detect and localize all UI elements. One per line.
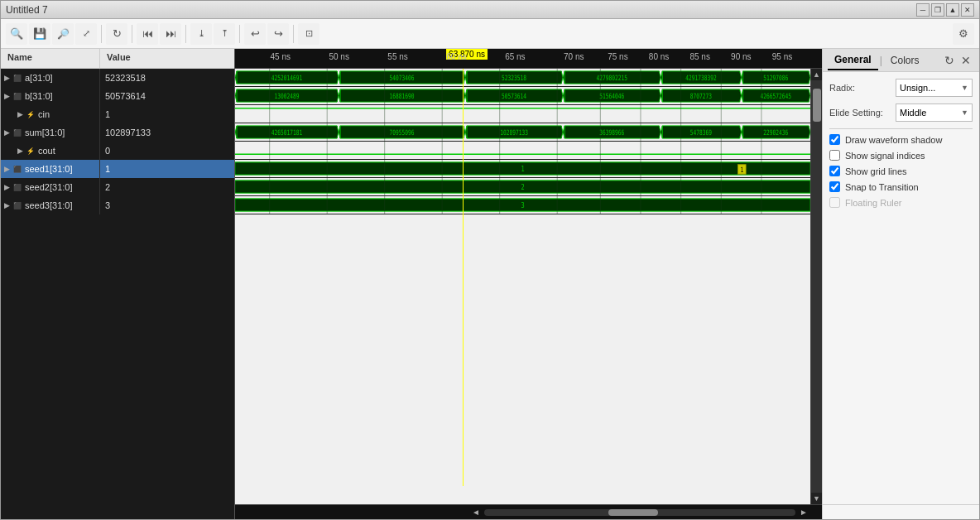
- checkbox-label-show_indices[interactable]: Show signal indices: [845, 151, 925, 161]
- minimize-button[interactable]: ─: [916, 3, 930, 17]
- toolbar-sep-4: [239, 25, 240, 43]
- scroll-down-arrow[interactable]: ▼: [811, 493, 822, 504]
- signal-row-seed2[interactable]: ▶ ⬛ seed2[31:0] 2: [1, 178, 234, 196]
- time-marker: 85 ns: [689, 52, 709, 61]
- checkbox-label-snap_transition[interactable]: Snap to Transition: [845, 182, 919, 192]
- signal-row-seed1[interactable]: ▶ ⬛ seed1[31:0] 1: [1, 160, 234, 178]
- signal-label-a: a[31:0]: [25, 73, 53, 83]
- bottom-right-spacer: [810, 504, 822, 519]
- checkbox-label-show_grid[interactable]: Show grid lines: [845, 166, 907, 176]
- tab-general[interactable]: General: [828, 51, 878, 70]
- signal-icon-cin: ⚡: [26, 110, 36, 118]
- scroll-right-arrow[interactable]: ►: [797, 506, 810, 519]
- checkbox-show_indices[interactable]: [829, 150, 840, 161]
- signal-icon-cout: ⚡: [26, 147, 36, 155]
- expand-arrow[interactable]: ▶: [4, 201, 10, 209]
- expand-arrow[interactable]: ▶: [4, 183, 10, 191]
- center-cursor-button[interactable]: ⊡: [298, 23, 319, 45]
- signal-name-seed3: ▶ ⬛ seed3[31:0]: [1, 196, 100, 214]
- expand-arrow[interactable]: ▶: [17, 110, 23, 118]
- maximize-button[interactable]: ▲: [946, 3, 959, 17]
- elide-label: Elide Setting:: [829, 108, 896, 118]
- svg-text:70955096: 70955096: [390, 128, 415, 137]
- checkbox-show_grid[interactable]: [829, 166, 840, 176]
- wave-row-cout[interactable]: [235, 142, 810, 160]
- save-button[interactable]: 💾: [29, 23, 50, 45]
- goto-end-button[interactable]: ⏭: [160, 23, 181, 45]
- tab-colors[interactable]: Colors: [884, 51, 926, 70]
- signal-icon-seed2: ⬛: [12, 183, 22, 191]
- refresh-button[interactable]: ↻: [106, 23, 127, 45]
- signal-name-seed1: ▶ ⬛ seed1[31:0]: [1, 160, 100, 178]
- checkbox-label-draw_shadow[interactable]: Draw waveform shadow: [845, 135, 942, 145]
- signal-name-b: ▶ ⬛ b[31:0]: [1, 87, 100, 105]
- name-column-header: Name: [1, 49, 100, 68]
- wave-row-seed3[interactable]: 3: [235, 196, 810, 214]
- close-button[interactable]: ✕: [961, 3, 974, 17]
- svg-text:102897133: 102897133: [500, 128, 528, 137]
- expand-arrow[interactable]: ▶: [4, 165, 10, 173]
- signal-row-b[interactable]: ▶ ⬛ b[31:0] 50573614: [1, 87, 234, 105]
- goto-start-button[interactable]: ⏮: [137, 23, 158, 45]
- waveform-main: 63.870 ns45 ns50 ns55 ns60 ns65 ns70 ns7…: [235, 49, 822, 504]
- wave-row-seed1[interactable]: 11: [235, 160, 810, 178]
- redo-button[interactable]: ↪: [267, 23, 289, 45]
- signal-row-cin[interactable]: ▶ ⚡ cin 1: [1, 105, 234, 123]
- prev-edge-button[interactable]: ⤓: [190, 23, 212, 45]
- signal-name-sum: ▶ ⬛ sum[31:0]: [1, 123, 100, 142]
- bottom-row: ◄ ►: [235, 504, 979, 519]
- settings-button[interactable]: ⚙: [953, 23, 974, 45]
- wave-row-sum[interactable]: 4265017181709550961028971333639896654783…: [235, 123, 810, 142]
- scroll-left-arrow[interactable]: ◄: [469, 506, 483, 519]
- zoom-in-button[interactable]: 🔍: [6, 23, 27, 45]
- time-marker: 45 ns: [271, 52, 291, 61]
- svg-text:50573614: 50573614: [502, 92, 526, 100]
- signal-label-seed3: seed3[31:0]: [25, 200, 73, 210]
- next-edge-button[interactable]: ⤒: [214, 23, 235, 45]
- h-scroll-track[interactable]: [484, 509, 795, 516]
- signal-row-sum[interactable]: ▶ ⬛ sum[31:0] 102897133: [1, 123, 234, 142]
- signal-value-seed3: 3: [100, 200, 234, 210]
- elide-select[interactable]: Middle ▼: [896, 104, 973, 122]
- refresh-panel-button[interactable]: ↻: [941, 52, 958, 69]
- waveform-scroll[interactable]: 4252014691540734065232351842798022154291…: [235, 69, 810, 504]
- signal-value-cout: 0: [100, 146, 234, 156]
- radix-select[interactable]: Unsign... ▼: [896, 79, 973, 97]
- signal-value-seed1: 1: [100, 164, 234, 174]
- h-scroll-thumb[interactable]: [608, 509, 658, 516]
- undo-button[interactable]: ↩: [244, 23, 266, 45]
- wave-row-cin[interactable]: [235, 105, 810, 123]
- expand-arrow[interactable]: ▶: [4, 92, 10, 100]
- signal-panel: Name Value ▶ ⬛ a[31:0] 52323518 ▶ ⬛ b[31…: [1, 49, 235, 519]
- radix-label: Radix:: [829, 83, 896, 93]
- signal-row-a[interactable]: ▶ ⬛ a[31:0] 52323518: [1, 69, 234, 87]
- window-controls: ─ ❐ ▲ ✕: [916, 3, 974, 17]
- checkbox-floating_ruler[interactable]: [829, 197, 840, 208]
- bottom-left-spacer: [235, 504, 469, 519]
- restore-button[interactable]: ❐: [931, 3, 944, 17]
- zoom-out-button[interactable]: 🔎: [52, 23, 74, 45]
- wave-row-seed2[interactable]: 2: [235, 178, 810, 196]
- signal-label-seed2: seed2[31:0]: [25, 182, 73, 192]
- signal-icon-seed3: ⬛: [12, 201, 22, 209]
- signal-value-cin: 1: [100, 109, 234, 119]
- signal-row-cout[interactable]: ▶ ⚡ cout 0: [1, 142, 234, 160]
- v-scroll-track[interactable]: [811, 80, 822, 493]
- time-marker: 60 ns: [446, 52, 466, 61]
- scroll-up-arrow[interactable]: ▲: [811, 69, 822, 80]
- wave-row-a[interactable]: 4252014691540734065232351842798022154291…: [235, 69, 810, 87]
- checkbox-snap_transition[interactable]: [829, 181, 840, 192]
- checkbox-draw_shadow[interactable]: [829, 134, 840, 145]
- v-scroll-thumb[interactable]: [813, 89, 821, 122]
- wave-row-b[interactable]: 1300248916881690505736145156404687072734…: [235, 87, 810, 105]
- zoom-fit-button[interactable]: ⤢: [75, 23, 97, 45]
- signal-icon-seed1: ⬛: [12, 165, 22, 173]
- expand-arrow[interactable]: ▶: [4, 74, 10, 82]
- signal-row-seed3[interactable]: ▶ ⬛ seed3[31:0] 3: [1, 196, 234, 214]
- svg-text:5478369: 5478369: [690, 128, 712, 137]
- close-panel-button[interactable]: ✕: [958, 52, 974, 69]
- expand-arrow[interactable]: ▶: [17, 147, 23, 155]
- expand-arrow[interactable]: ▶: [4, 128, 10, 137]
- signal-icon-b: ⬛: [12, 92, 22, 100]
- vertical-scrollbar: ▲ ▼: [810, 69, 822, 504]
